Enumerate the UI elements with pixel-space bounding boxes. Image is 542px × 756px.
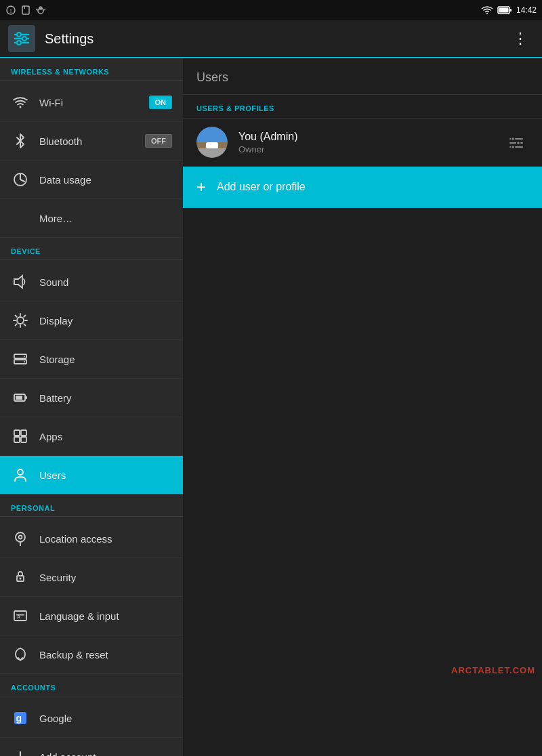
sidebar-item-google[interactable]: g Google: [0, 699, 183, 738]
sidebar-item-language[interactable]: A Language & input: [0, 597, 183, 635]
display-icon: [11, 311, 30, 330]
sidebar-item-security[interactable]: Security: [0, 558, 183, 597]
bluetooth-toggle[interactable]: OFF: [145, 134, 172, 148]
svg-rect-38: [14, 437, 20, 442]
location-label: Location access: [39, 533, 112, 545]
more-icon: [11, 209, 30, 228]
svg-rect-10: [499, 8, 508, 13]
sidebar-item-apps[interactable]: Apps: [0, 417, 183, 456]
user-settings-button[interactable]: [504, 129, 528, 155]
section-wireless-header: WIRELESS & NETWORKS: [0, 61, 183, 80]
svg-rect-47: [16, 614, 24, 616]
svg-line-25: [16, 316, 17, 317]
svg-point-58: [512, 138, 515, 141]
svg-line-27: [24, 316, 25, 317]
sound-label: Sound: [39, 276, 68, 288]
sidebar-item-wifi[interactable]: Wi-Fi ON: [0, 83, 183, 122]
backup-label: Backup & reset: [39, 649, 108, 660]
sidebar-item-add-account[interactable]: Add account: [0, 738, 183, 756]
section-device-header: DEVICE: [0, 240, 183, 259]
apps-icon: [11, 427, 30, 446]
bluetooth-toggle-state[interactable]: OFF: [145, 134, 172, 148]
security-icon: [11, 568, 30, 587]
add-user-plus-icon: +: [196, 177, 206, 196]
svg-line-26: [24, 324, 25, 325]
svg-point-60: [512, 146, 515, 149]
wifi-label: Wi-Fi: [39, 97, 63, 108]
battery-status-icon: [497, 5, 512, 15]
add-user-label: Add user or profile: [217, 181, 306, 193]
bug-icon: [35, 5, 46, 16]
bluetooth-label: Bluetooth: [39, 135, 82, 147]
svg-line-7: [43, 9, 45, 10]
settings-icon-svg: [12, 29, 31, 48]
battery-icon: [11, 388, 30, 407]
divider-device: [0, 259, 183, 260]
svg-rect-39: [21, 437, 26, 442]
sidebar-item-bluetooth[interactable]: Bluetooth OFF: [0, 122, 183, 161]
users-profiles-header: USERS & PROFILES: [183, 95, 542, 119]
users-label: Users: [39, 469, 66, 481]
battery-label: Battery: [39, 392, 72, 404]
location-icon: [11, 529, 30, 548]
svg-point-41: [16, 532, 25, 542]
user-row-admin[interactable]: You (Admin) Owner: [183, 119, 542, 167]
content-title: Users: [183, 58, 542, 95]
user-avatar-image: [196, 127, 228, 158]
overflow-menu-button[interactable]: ⋮: [507, 24, 534, 53]
arctablet-watermark: ARCTABLET.COM: [451, 665, 535, 675]
section-personal-header: PERSONAL: [0, 497, 183, 516]
status-time: 14:42: [516, 5, 537, 15]
google-label: Google: [39, 713, 72, 724]
sidebar-item-battery[interactable]: Battery: [0, 379, 183, 417]
svg-rect-37: [21, 430, 26, 436]
status-bar-left: !: [5, 5, 46, 16]
backup-icon: [11, 645, 30, 664]
sound-icon: [11, 272, 30, 291]
sidebar-item-users[interactable]: Users: [0, 456, 183, 495]
sidebar-item-sound[interactable]: Sound: [0, 263, 183, 301]
security-label: Security: [39, 572, 76, 583]
storage-label: Storage: [39, 354, 75, 365]
storage-icon: [11, 350, 30, 369]
svg-text:g: g: [16, 713, 22, 723]
status-bar: ! 14:42: [0, 0, 542, 20]
notification-icon: !: [5, 5, 16, 16]
add-account-icon: [11, 747, 30, 756]
sidebar-item-data-usage[interactable]: Data usage: [0, 161, 183, 199]
data-usage-icon: [11, 170, 30, 189]
settings-app-icon: [8, 25, 35, 52]
sidebar-item-location[interactable]: Location access: [0, 520, 183, 558]
add-account-label: Add account: [39, 751, 96, 757]
display-label: Display: [39, 315, 72, 327]
bluetooth-icon: [11, 131, 30, 150]
sidebar-item-backup[interactable]: Backup & reset: [0, 635, 183, 674]
svg-point-20: [17, 317, 24, 324]
sidebar-item-storage[interactable]: Storage: [0, 340, 183, 379]
page-title: Settings: [45, 31, 507, 47]
svg-point-44: [20, 578, 22, 580]
svg-rect-2: [22, 6, 29, 14]
svg-rect-9: [509, 9, 512, 12]
content-area: Users USERS & PROFILES You (Admin) Owner: [183, 58, 542, 756]
add-user-button[interactable]: + Add user or profile: [183, 167, 542, 208]
wifi-toggle-state[interactable]: ON: [149, 96, 173, 109]
section-accounts-header: ACCOUNTS: [0, 677, 183, 696]
toolbar: Settings ⋮: [0, 20, 542, 58]
main-layout: WIRELESS & NETWORKS Wi-Fi ON: [0, 58, 542, 756]
google-icon: g: [11, 709, 30, 728]
apps-label: Apps: [39, 431, 62, 442]
svg-line-28: [16, 324, 17, 325]
divider-personal: [0, 516, 183, 517]
svg-point-14: [22, 37, 26, 41]
language-label: Language & input: [39, 610, 119, 622]
wifi-status-icon: [481, 5, 493, 15]
language-icon: A: [11, 606, 30, 625]
data-usage-label: Data usage: [39, 174, 91, 186]
wifi-toggle[interactable]: ON: [149, 96, 173, 109]
status-bar-right: 14:42: [481, 5, 537, 15]
sidebar-item-display[interactable]: Display: [0, 301, 183, 340]
svg-rect-34: [25, 396, 27, 399]
sidebar-item-more[interactable]: More…: [0, 199, 183, 238]
divider-wireless: [0, 80, 183, 81]
